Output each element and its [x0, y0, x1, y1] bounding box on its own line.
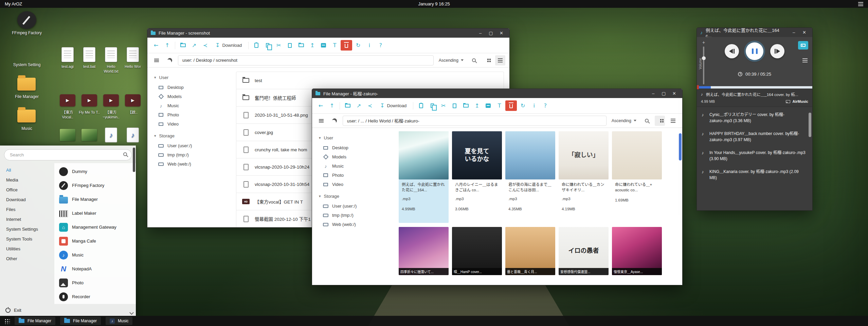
cut-button[interactable]: ✂: [273, 40, 284, 51]
category-item[interactable]: Utilities: [0, 244, 54, 254]
copy-button[interactable]: [262, 40, 273, 51]
info-button[interactable]: i: [364, 40, 375, 51]
output-device[interactable]: AirMusic: [786, 99, 808, 103]
sidebar-item[interactable]: Photo: [154, 110, 229, 119]
file-tile[interactable]: 唄＿HamP cover...: [452, 227, 502, 285]
file-tile[interactable]: 四季折々に揺蕩いて...: [399, 227, 449, 285]
search-button[interactable]: [641, 116, 652, 126]
sidebar-section-storage[interactable]: ▾Storage: [154, 133, 229, 138]
archive-button[interactable]: [483, 100, 493, 111]
list-view-button[interactable]: [668, 116, 678, 126]
file-tile[interactable]: 君が夜の海に還るまで＿こんにちは谷田... .mp3 4.35MB: [505, 131, 555, 223]
sidebar-section-user[interactable]: ▾User: [154, 75, 229, 80]
new-folder-button[interactable]: [296, 40, 306, 51]
sidebar-item[interactable]: Web (web:/): [319, 220, 393, 229]
paste-button[interactable]: [251, 40, 261, 51]
desktop-icon-file-manager[interactable]: File Manager: [7, 75, 47, 99]
app-launcher-button[interactable]: [4, 318, 10, 324]
category-item[interactable]: Office: [0, 185, 54, 195]
refresh-button[interactable]: ↻: [353, 40, 363, 51]
info-button[interactable]: i: [529, 100, 539, 111]
sidebar-item[interactable]: User (user:/): [154, 141, 229, 150]
open-external-button[interactable]: ↗: [354, 100, 364, 111]
desktop-file-image-1[interactable]: [57, 127, 78, 145]
rename-button[interactable]: T: [494, 100, 505, 111]
topbar-menu-button[interactable]: [858, 4, 863, 4]
playlist-item[interactable]: ♪ In Your Hands＿yusukeP cover. by 柘榴-zak…: [697, 146, 812, 165]
category-item[interactable]: System Tools: [0, 234, 54, 244]
maximize-button[interactable]: ▢: [659, 90, 668, 97]
download-button[interactable]: ↧Download: [211, 40, 246, 51]
volume-slider[interactable]: + Volume: [702, 40, 705, 84]
share-button[interactable]: ≺: [365, 100, 375, 111]
taskbar-item-file-manager-2[interactable]: File Manager: [60, 317, 101, 325]
minimize-button[interactable]: –: [649, 90, 658, 97]
category-item[interactable]: Media: [0, 175, 54, 185]
close-button[interactable]: ✕: [497, 30, 506, 37]
share-button[interactable]: ≺: [200, 40, 211, 51]
category-item[interactable]: System Settings: [0, 224, 54, 234]
dark-mode-toggle[interactable]: [329, 116, 340, 126]
menu-app-ffmpeg-factory[interactable]: FFmpeg Factory: [54, 178, 136, 192]
close-button[interactable]: ✕: [800, 29, 809, 36]
menu-app-manga-cafe[interactable]: Manga Cafe: [54, 234, 136, 248]
new-file-button[interactable]: [285, 40, 295, 51]
archive-button[interactable]: [318, 40, 329, 51]
category-item[interactable]: Files: [0, 205, 54, 214]
sidebar-item[interactable]: Music: [319, 161, 393, 171]
scrollbar-thumb[interactable]: [809, 113, 811, 137]
player-menu-button[interactable]: [802, 56, 808, 62]
up-button[interactable]: ↑: [327, 100, 337, 111]
desktop-file-audio-2[interactable]: [122, 127, 143, 145]
sort-dropdown[interactable]: Ascending: [610, 118, 638, 123]
scrollbar-thumb[interactable]: [133, 163, 135, 172]
category-item[interactable]: Other: [0, 254, 54, 264]
maximize-button[interactable]: ▢: [486, 30, 495, 37]
dark-mode-toggle[interactable]: [165, 55, 175, 65]
sidebar-section-storage[interactable]: ▾Storage: [319, 194, 393, 199]
sidebar-item[interactable]: Web (web:/): [154, 159, 229, 169]
volume-knob[interactable]: [702, 56, 706, 60]
desktop-file-fly-me-to[interactable]: Fly Me To T..: [79, 92, 100, 115]
title-bar[interactable]: ♪ 例えば、今此処に置かれた花に＿164 c... – ✕: [697, 28, 812, 37]
desktop-icon-system-setting[interactable]: System Setting: [7, 43, 47, 68]
file-tile[interactable]: 例えば、今此処に置かれた花に＿164... .mp3 4.99MB: [399, 131, 449, 223]
sidebar-item[interactable]: tmp (tmp:/): [319, 211, 393, 220]
menu-app-photo[interactable]: Photo: [54, 276, 136, 290]
close-button[interactable]: ✕: [670, 90, 679, 97]
seek-bar[interactable]: [697, 86, 812, 89]
cut-button[interactable]: ✂: [438, 100, 449, 111]
rename-button[interactable]: T: [329, 40, 340, 51]
breadcrumb[interactable]: user: / Desktop / screenshot: [178, 55, 434, 65]
minimize-button[interactable]: –: [789, 29, 798, 36]
refresh-button[interactable]: ↻: [518, 100, 528, 111]
file-tile[interactable]: 「寂しい」 命に嫌われている＿カンザキイオリ... .mp3 4.19MB: [559, 131, 609, 223]
help-button[interactable]: ?: [375, 40, 386, 51]
sidebar-item[interactable]: Desktop: [319, 143, 393, 152]
search-input[interactable]: [4, 149, 132, 160]
delete-button[interactable]: [341, 40, 352, 51]
sidebar-item[interactable]: tmp (tmp:/): [154, 150, 229, 159]
file-tile[interactable]: 命に嫌われている＿+ acoustic co... 1.69MB: [612, 131, 662, 223]
sidebar-item[interactable]: Models: [154, 92, 229, 101]
category-item[interactable]: All: [0, 165, 54, 175]
help-button[interactable]: ?: [540, 100, 550, 111]
back-button[interactable]: ←: [151, 40, 161, 51]
desktop-icon-ffmpeg-factory[interactable]: FFmpeg Factory: [7, 11, 47, 36]
category-item[interactable]: Download: [0, 195, 54, 205]
next-track-button[interactable]: [770, 44, 784, 58]
upload-button[interactable]: ↥: [472, 100, 482, 111]
sidebar-toggle-button[interactable]: [316, 116, 326, 126]
menu-app-file-manager[interactable]: File Manager: [54, 192, 136, 206]
category-item[interactable]: Internet: [0, 214, 54, 224]
seek-marker[interactable]: [697, 85, 699, 89]
new-folder-button[interactable]: [460, 100, 471, 111]
menu-app-notepada[interactable]: NotepadA: [54, 262, 136, 276]
title-bar[interactable]: File Manager - 柘榴-zakuro- – ▢ ✕: [312, 89, 682, 98]
desktop-file-image-2[interactable]: [79, 127, 100, 145]
desktop-file-test-agi[interactable]: test.agi: [57, 46, 78, 69]
paste-button[interactable]: [416, 100, 426, 111]
menu-app-label-maker[interactable]: Label Maker: [54, 206, 136, 220]
menu-app-recorder[interactable]: Recorder: [54, 290, 136, 304]
desktop-file-hello-world-txt[interactable]: Hello World.txt: [101, 46, 122, 74]
